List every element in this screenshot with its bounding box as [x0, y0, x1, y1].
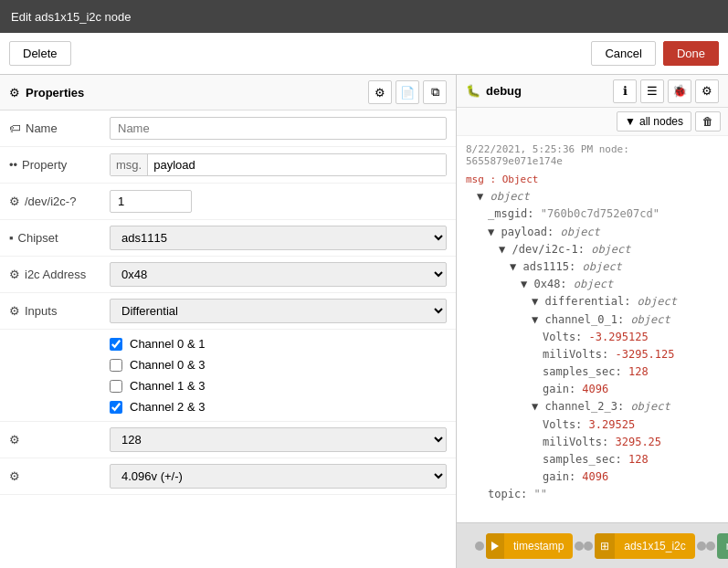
checkbox-ch23[interactable] [110, 401, 122, 414]
debug-title-container: 🐛 debug [466, 84, 613, 98]
gain-label: ⚙ [9, 469, 110, 483]
right-panel: 🐛 debug ℹ ☰ 🐞 ⚙ ▼ all nodes 🗑 8/22/2021,… [457, 75, 728, 568]
export-icon-btn[interactable]: 📄 [396, 80, 419, 104]
gear-icon-4: ⚙ [9, 304, 20, 318]
ads-toggle[interactable]: ▼ [510, 260, 522, 273]
property-row: •• Property msg. [0, 147, 456, 184]
import-icon-btn[interactable]: ⧉ [423, 80, 447, 104]
checkbox-ch01-label: Channel 0 & 1 [130, 337, 205, 351]
dev-toggle[interactable]: ▼ [499, 243, 512, 256]
tree-samples2: samples_sec: 128 [466, 451, 719, 468]
filter-icon: ▼ [625, 115, 636, 128]
ch01-toggle[interactable]: ▼ [532, 313, 544, 326]
gain1-key: gain: [543, 383, 575, 395]
debug-log[interactable]: 8/22/2021, 5:25:36 PM node: 5655879e071e… [457, 136, 728, 522]
debug-title-text: debug [486, 84, 522, 98]
samples-select[interactable]: 128 64 [110, 427, 447, 452]
done-button[interactable]: Done [663, 41, 719, 66]
tree-dev: ▼ /dev/i2c-1: object [466, 241, 719, 258]
tree-differential: ▼ differential: object [466, 293, 719, 310]
settings-icon-btn-r[interactable]: ⚙ [695, 79, 719, 103]
checkbox-row-ch01: Channel 0 & 1 [110, 333, 447, 354]
tree-msgid: _msgid: "760b0c7d752e07cd" [466, 205, 719, 223]
ch01-type: object [630, 313, 670, 326]
msg-node[interactable]: msg ☰ [717, 533, 728, 559]
checkbox-ch01[interactable] [110, 338, 122, 351]
payload-toggle[interactable]: ▼ [488, 226, 501, 238]
volts2-val-text: 3.29525 [589, 418, 636, 431]
gear-icon-6: ⚙ [9, 469, 20, 483]
filter-button[interactable]: ▼ all nodes [617, 111, 691, 131]
cancel-button[interactable]: Cancel [591, 41, 655, 66]
ads-node-group: ⊞ ads1x15_i2c [584, 533, 705, 559]
ch23-key: channel_2_3: [544, 400, 624, 413]
checkbox-ch03[interactable] [110, 359, 122, 372]
volts2-key: Volts: [543, 418, 582, 431]
checkbox-ch13[interactable] [110, 380, 122, 393]
milivolts2-val-text: 3295.25 [615, 436, 661, 448]
clear-log-button[interactable]: 🗑 [695, 111, 721, 131]
checkbox-row-ch03: Channel 0 & 3 [110, 354, 447, 375]
timestamp-left-port [475, 542, 484, 551]
i2c-address-select[interactable]: 0x48 [110, 262, 447, 287]
name-input[interactable] [110, 117, 447, 140]
topic-key: topic: [488, 488, 527, 500]
payload-type: object [560, 226, 599, 238]
tree-gain1: gain: 4096 [466, 381, 719, 398]
volts1-key: Volts: [543, 331, 582, 343]
tree-volts2: Volts: 3.29525 [466, 416, 719, 434]
msg-type-link[interactable]: msg : Object [466, 174, 538, 185]
delete-button[interactable]: Delete [9, 41, 71, 66]
timestamp-arrow-icon [491, 542, 499, 551]
debug-icon: 🐛 [466, 84, 480, 98]
timestamp-node[interactable]: timestamp [486, 533, 573, 559]
log-meta: 8/22/2021, 5:25:36 PM node: 5655879e071e… [466, 143, 719, 167]
msgid-val-text: "760b0c7d752e07cd" [541, 207, 659, 220]
object-toggle[interactable]: ▼ [477, 190, 490, 203]
chipset-select[interactable]: ads1115 [110, 226, 447, 250]
payload-key: payload: [501, 226, 554, 238]
panel-header: ⚙ Properties ⚙ 📄 ⧉ [0, 75, 456, 110]
property-input-wrapper: msg. [110, 153, 447, 176]
property-prefix: msg. [111, 154, 148, 175]
checkbox-row-ch13: Channel 1 & 3 [110, 375, 447, 396]
milivolts1-key: miliVolts: [543, 348, 608, 361]
inputs-select[interactable]: Differential Single-ended [110, 299, 447, 323]
object-label: object [490, 190, 529, 203]
gear-icon-3: ⚙ [9, 268, 20, 281]
msgid-key: _msgid: [488, 207, 534, 220]
list-icon-btn[interactable]: ☰ [640, 79, 664, 103]
x48-toggle[interactable]: ▼ [521, 278, 533, 290]
panel-header-title: Properties [26, 86, 363, 100]
ch23-toggle[interactable]: ▼ [532, 400, 544, 413]
msg-label: msg [717, 540, 728, 552]
timestamp-right-port [575, 542, 584, 551]
samples-label: ⚙ [9, 433, 110, 447]
tree-object: ▼ object [466, 188, 719, 205]
samples1-val-text: 128 [628, 365, 649, 378]
gain1-val-text: 4096 [582, 383, 608, 395]
chipset-label: ▪ Chipset [9, 231, 110, 245]
i2c-path-input[interactable] [110, 190, 192, 213]
ads-key: ads1115: [522, 260, 575, 273]
tree-payload: ▼ payload: object [466, 224, 719, 241]
i2c-path-row: ⚙ /dev/i2c-? [0, 184, 456, 220]
dev-key: /dev/i2c-1: [512, 243, 584, 256]
samples-row: ⚙ 128 64 [0, 422, 456, 458]
diff-type: object [638, 295, 677, 308]
action-bar: Delete Cancel Done [0, 33, 728, 75]
node-canvas: timestamp ⊞ ads1x15_i2c [457, 522, 728, 568]
volts1-val-text: -3.295125 [589, 331, 649, 343]
diff-toggle[interactable]: ▼ [532, 295, 544, 308]
bug-icon-btn[interactable]: 🐞 [668, 79, 691, 103]
property-input[interactable] [148, 154, 446, 175]
tree-samples1: samples_sec: 128 [466, 363, 719, 381]
ads-node[interactable]: ⊞ ads1x15_i2c [595, 533, 694, 559]
info-icon-btn[interactable]: ℹ [613, 79, 637, 103]
settings-icon-btn[interactable]: ⚙ [368, 80, 392, 104]
gear-icon: ⚙ [9, 86, 20, 100]
tree-x48: ▼ 0x48: object [466, 276, 719, 293]
gain-select[interactable]: 4.096v (+/-) 2.048v (+/-) [110, 464, 447, 489]
msg-node-group: msg ☰ [706, 533, 728, 559]
diff-key: differential: [544, 295, 630, 308]
